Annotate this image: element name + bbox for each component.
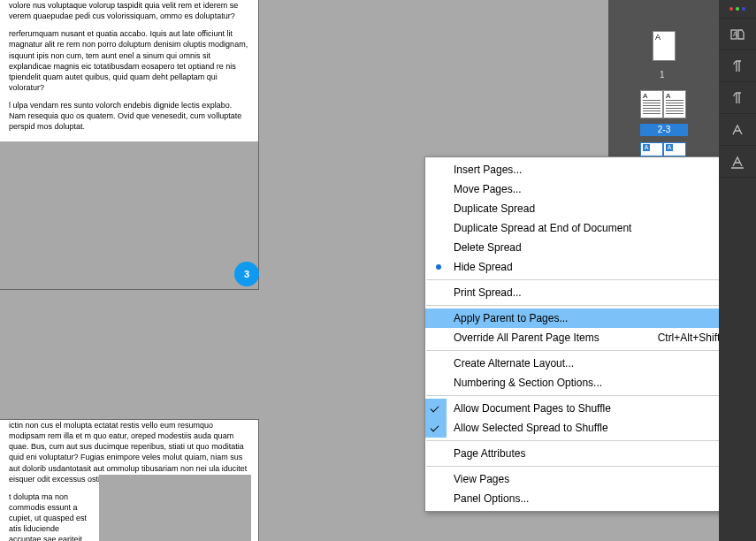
parent-page-thumb[interactable]: A [653,31,676,61]
menu-item-page-attributes[interactable]: Page Attributes [425,444,756,463]
menu-separator [426,440,756,441]
menu-item-label: Hide Spread [454,261,513,273]
menu-item-label: Print Spread... [454,286,522,299]
menu-item-print-spread[interactable]: Print Spread... [425,283,756,302]
menu-item-label: Insert Pages... [454,164,522,176]
menu-item-create-alternate-layout[interactable]: Create Alternate Layout... [425,354,756,373]
pages-panel[interactable]: A 1 A A 2-3 A A [608,0,719,159]
menu-item-label: Duplicate Spread [454,202,535,215]
help-badge[interactable]: 3 [234,262,259,286]
body-text: l ulpa vendam res sunto volorch endebis … [9,100,249,132]
menu-item-label: Panel Options... [454,492,529,505]
glyph-icon[interactable] [719,114,756,146]
menu-item-label: Apply Parent to Pages... [454,312,568,324]
page-parent-tag: A [666,144,673,151]
body-text: t dolupta ma non commodis essunt a cupie… [9,491,93,541]
check-icon [425,418,447,438]
menu-separator [426,279,756,280]
document-page-3: volore nus voluptaque volorup taspidit q… [0,0,258,289]
menu-item-label: Page Attributes [454,447,525,460]
menu-item-override-all-parent-page-items[interactable]: Override All Parent Page ItemsCtrl+Alt+S… [425,328,756,347]
menu-item-move-pages[interactable]: Move Pages... [425,179,756,199]
placed-image [99,475,251,541]
app-root: volore nus voluptaque volorup taspidit q… [0,0,756,541]
menu-separator [426,466,756,467]
menu-item-label: Delete Spread [454,241,522,254]
color-icon[interactable] [719,0,756,19]
menu-item-duplicate-spread-at-end-of-document[interactable]: Duplicate Spread at End of Document [425,218,756,238]
svg-text:A: A [733,31,737,37]
document-page-5: ictin non cus el molupta ectatat restis … [0,420,258,541]
menu-item-label: Create Alternate Layout... [454,357,574,370]
body-text: volore nus voluptaque volorup taspidit q… [9,0,249,21]
menu-item-allow-document-pages-to-shuffle[interactable]: Allow Document Pages to Shuffle [425,399,756,418]
page-parent-tag: A [666,92,670,100]
menu-separator [426,395,756,396]
menu-item-insert-pages[interactable]: Insert Pages... [425,160,756,179]
menu-separator [426,350,756,351]
cc-libraries-icon[interactable]: A [719,19,756,50]
body-text: rerferumquam nusant et quatia accabo. Iq… [9,28,249,93]
spread-4-5-thumb[interactable]: A A [640,142,688,156]
page-parent-tag: A [643,144,650,151]
menu-item-label: Override All Parent Page Items [454,331,599,344]
character-icon[interactable] [719,146,756,178]
menu-item-hide-spread[interactable]: Hide Spread [425,257,756,277]
page-parent-tag: A [643,92,647,100]
menu-item-allow-selected-spread-to-shuffle[interactable]: Allow Selected Spread to Shuffle [425,418,756,438]
menu-item-numbering-section-options[interactable]: Numbering & Section Options... [425,373,756,392]
menu-item-duplicate-spread[interactable]: Duplicate Spread [425,199,756,218]
paragraph-styles-icon[interactable] [719,50,756,82]
parent-page-label: 1 [660,70,665,80]
menu-item-panel-options[interactable]: Panel Options... [425,489,756,508]
spread-label-selected: 2-3 [640,124,688,136]
menu-item-label: Allow Document Pages to Shuffle [454,402,611,415]
parent-letter: A [655,33,661,42]
menu-item-apply-parent-to-pages[interactable]: Apply Parent to Pages... [425,309,756,328]
character-styles-icon[interactable] [719,82,756,114]
menu-item-label: Duplicate Spread at End of Document [454,222,631,234]
menu-item-label: Allow Selected Spread to Shuffle [454,422,608,434]
menu-item-delete-spread[interactable]: Delete Spread [425,238,756,257]
spread-2-3-thumb[interactable]: A A [640,90,688,118]
pages-context-menu: Insert Pages...Move Pages...Duplicate Sp… [424,156,756,512]
menu-separator [426,305,756,306]
menu-item-label: View Pages [454,473,509,485]
bullet-icon [436,264,441,270]
menu-item-view-pages[interactable]: View Pages [425,469,756,489]
menu-item-label: Move Pages... [454,183,522,195]
menu-item-label: Numbering & Section Options... [454,377,602,389]
check-icon [425,399,447,418]
page-3-lower-area [0,141,258,289]
right-dock: A [719,0,756,541]
